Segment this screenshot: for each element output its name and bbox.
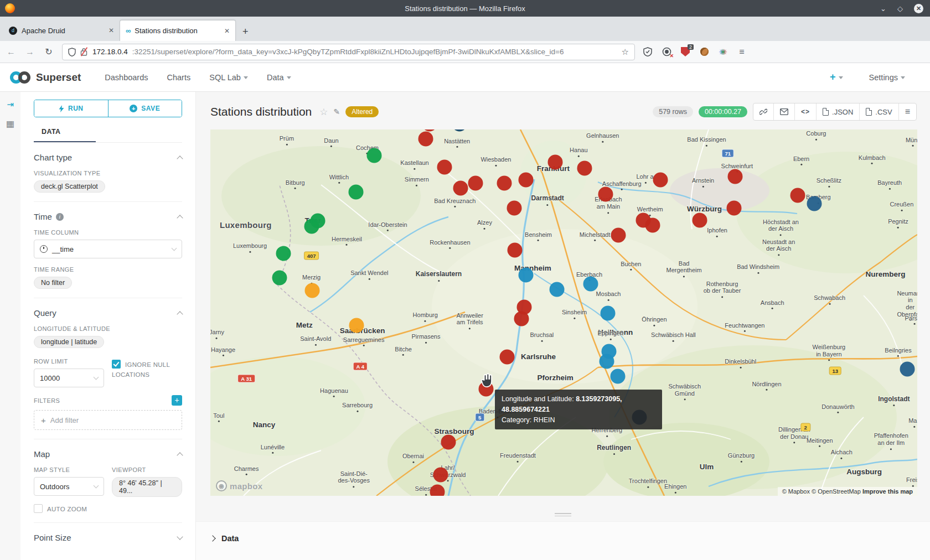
embed-code-button[interactable]: <> (795, 103, 817, 120)
nav-settings[interactable]: Settings (869, 73, 905, 82)
lonlat-pill[interactable]: longitude | latitude (34, 336, 104, 348)
new-tab-button[interactable]: + (242, 26, 249, 41)
scatter-point[interactable] (577, 160, 592, 175)
section-header[interactable]: Query (34, 308, 182, 318)
attrib-osm[interactable]: © OpenStreetMap (812, 488, 861, 495)
favorite-star-icon[interactable]: ☆ (319, 106, 328, 118)
scatter-point[interactable] (367, 148, 382, 163)
scatter-point[interactable] (507, 200, 522, 215)
data-collapse-panel[interactable]: Data (196, 521, 930, 560)
chart-menu-button[interactable]: ≡ (899, 103, 916, 120)
deckgl-map[interactable]: PrümDaunNastättenGelnhausenHanauBad Kiss… (210, 129, 917, 496)
edit-properties-icon[interactable]: ✎ (334, 107, 340, 116)
export-csv-button[interactable]: .CSV (860, 103, 898, 120)
save-button[interactable]: + SAVE (108, 100, 182, 117)
scatter-point[interactable] (583, 277, 598, 292)
scatter-point[interactable] (437, 159, 452, 174)
scatter-point[interactable] (304, 283, 319, 298)
tab-close-icon[interactable]: ✕ (224, 27, 230, 35)
map-style-select[interactable]: Outdoors (34, 477, 104, 496)
attrib-mapbox[interactable]: © Mapbox (782, 488, 810, 495)
viz-type-pill[interactable]: deck.gl Scatterplot (34, 180, 105, 193)
minimize-icon[interactable]: ⌄ (880, 4, 886, 13)
row-limit-select[interactable]: 10000 (34, 369, 104, 387)
scatter-point[interactable] (807, 196, 822, 211)
colorful-extension-icon[interactable]: ✳ (718, 47, 728, 57)
nav-charts[interactable]: Charts (167, 73, 191, 82)
maximize-icon[interactable]: ◇ (897, 4, 903, 13)
menu-hamburger-icon[interactable]: ≡ (737, 47, 747, 57)
scatter-point[interactable] (276, 246, 291, 261)
tab-data[interactable]: DATA (34, 128, 60, 141)
scatter-point[interactable] (433, 467, 448, 482)
reload-icon[interactable]: ↻ (43, 46, 54, 57)
tracking-shield-icon[interactable] (68, 48, 76, 56)
share-link-button[interactable] (753, 103, 774, 120)
collapse-panel-icon[interactable]: ⇥ (7, 100, 14, 110)
scatter-point[interactable] (500, 350, 515, 365)
email-button[interactable] (774, 103, 795, 120)
scatter-point[interactable] (518, 173, 533, 188)
scatter-point[interactable] (600, 354, 614, 369)
add-filter-box[interactable]: + Add filter (34, 410, 182, 430)
viewport-pill[interactable]: 8° 46' 45.28" | 49... (112, 477, 182, 497)
scatter-point[interactable] (900, 361, 915, 376)
scatter-point[interactable] (598, 186, 613, 201)
scatter-point[interactable] (645, 218, 660, 233)
scatter-point[interactable] (727, 201, 742, 216)
scatter-point[interactable] (508, 243, 523, 258)
section-header[interactable]: Timei (34, 212, 182, 221)
scatter-point[interactable] (430, 484, 445, 496)
scatter-point[interactable] (611, 227, 626, 242)
dataset-grid-icon[interactable]: ▦ (6, 118, 14, 129)
cookie-extension-icon[interactable] (699, 47, 709, 57)
scatter-point[interactable] (304, 219, 319, 234)
time-column-select[interactable]: __time (34, 240, 182, 258)
scatter-point[interactable] (548, 154, 563, 169)
scatter-point[interactable] (497, 175, 512, 190)
scatter-point[interactable] (653, 173, 668, 188)
scatter-point[interactable] (610, 369, 625, 383)
scatter-point[interactable] (692, 213, 707, 228)
scatter-point[interactable] (441, 434, 456, 449)
ublock-icon[interactable]: 2 (680, 47, 690, 57)
scatter-point[interactable] (518, 268, 533, 283)
scatter-point[interactable] (468, 175, 483, 190)
add-filter-plus-icon[interactable]: + (172, 395, 182, 406)
time-range-pill[interactable]: No filter (34, 277, 72, 289)
panel-resize-handle[interactable] (555, 511, 571, 518)
tab-close-icon[interactable]: ✕ (108, 27, 114, 34)
scatter-point[interactable] (790, 188, 805, 203)
nav-data[interactable]: Data (267, 73, 291, 82)
scatter-point[interactable] (600, 306, 615, 321)
auto-zoom-checkbox[interactable] (34, 504, 43, 513)
nav-sql-lab[interactable]: SQL Lab (209, 73, 248, 82)
superset-logo[interactable]: Superset (10, 71, 81, 84)
attrib-improve-link[interactable]: Improve this map (862, 488, 913, 495)
scatter-point[interactable] (272, 271, 287, 286)
scatter-point[interactable] (349, 184, 364, 199)
tab-apache-druid[interactable]: d Apache Druid ✕ (3, 20, 120, 41)
mask-extension-icon[interactable]: ✕ (662, 47, 671, 57)
section-header[interactable]: Point Size (34, 533, 182, 542)
bookmark-star-icon[interactable]: ☆ (622, 47, 629, 57)
shield-extension-icon[interactable] (643, 47, 653, 57)
scatter-point[interactable] (549, 282, 564, 297)
scatter-point[interactable] (418, 132, 433, 147)
scatter-point[interactable] (727, 169, 742, 184)
scatter-point[interactable] (514, 311, 529, 326)
run-button[interactable]: RUN (34, 100, 108, 117)
tab-stations-distribution[interactable]: ∞ Stations distribution ✕ (120, 20, 236, 41)
add-new-button[interactable]: + (830, 71, 843, 83)
forward-icon[interactable]: → (24, 47, 35, 57)
export-json-button[interactable]: .JSON (817, 103, 860, 120)
section-header[interactable]: Chart type (34, 153, 182, 162)
back-icon[interactable]: ← (6, 47, 17, 57)
url-bar[interactable]: 172.18.0.4:32251/superset/explore/?form_… (62, 44, 635, 60)
close-icon[interactable]: ✕ (914, 4, 923, 13)
ignore-null-checkbox[interactable] (112, 360, 121, 369)
scatter-point[interactable] (452, 129, 467, 132)
section-header[interactable]: Map (34, 449, 182, 459)
nav-dashboards[interactable]: Dashboards (105, 73, 148, 82)
insecure-lock-icon[interactable] (80, 48, 88, 56)
